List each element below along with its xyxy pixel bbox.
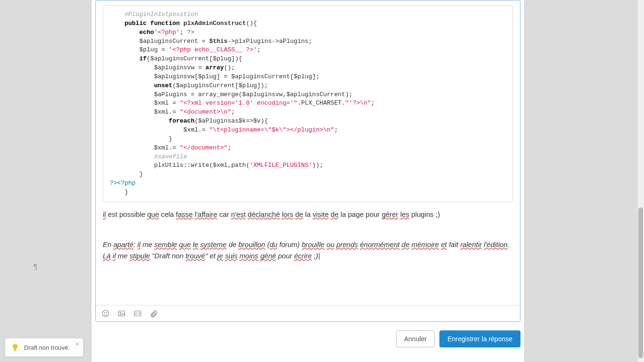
draft-toast: Draft non trouvé. ×	[5, 338, 83, 357]
emoji-icon[interactable]	[101, 309, 110, 318]
action-buttons: Annuler Enregistrer la réponse	[91, 326, 524, 354]
reply-panel: #PluginIn1stposition public function plx…	[91, 0, 525, 362]
svg-point-0	[102, 310, 109, 317]
editor-content[interactable]: #PluginIn1stposition public function plx…	[96, 0, 520, 305]
close-icon[interactable]: ×	[75, 340, 79, 348]
svg-rect-6	[14, 350, 17, 350]
pilcrow-icon[interactable]: ¶	[33, 263, 38, 272]
code-block: #PluginIn1stposition public function plx…	[103, 5, 513, 202]
image-icon[interactable]	[117, 309, 126, 318]
svg-point-1	[104, 313, 105, 313]
truncated-prev-line	[103, 0, 513, 5]
svg-point-4	[120, 312, 121, 313]
toast-text: Draft non trouvé.	[24, 344, 70, 351]
submit-button[interactable]: Enregistrer la réponse	[439, 330, 520, 347]
editor-toolbar	[96, 305, 520, 321]
body-paragraph-2: En aparté: il me semble que le systeme d…	[103, 239, 513, 262]
code-icon[interactable]	[133, 309, 142, 318]
lightbulb-icon	[11, 343, 19, 352]
cancel-button[interactable]: Annuler	[396, 330, 435, 347]
attachment-icon[interactable]	[149, 309, 158, 318]
scrollbar-track[interactable]	[637, 0, 644, 362]
svg-rect-7	[15, 351, 16, 351]
svg-point-2	[107, 313, 107, 313]
body-paragraph-1: il est possible que cela fasse l'affaire…	[103, 209, 513, 220]
editor-container: #PluginIn1stposition public function plx…	[95, 0, 520, 322]
scrollbar-thumb[interactable]	[638, 207, 643, 358]
